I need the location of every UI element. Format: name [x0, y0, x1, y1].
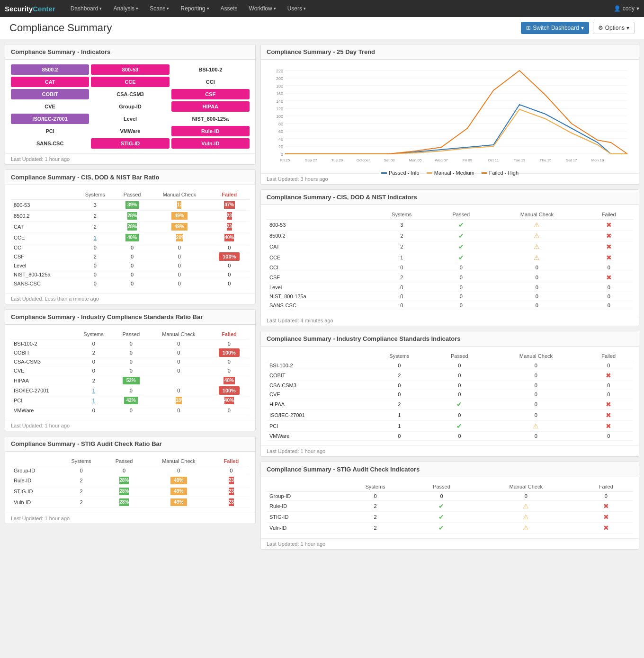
indicator-item[interactable]: Level [91, 114, 169, 124]
row-passed: ✔ [410, 501, 473, 512]
row-systems: 0 [368, 432, 431, 441]
svg-text:Sat 03: Sat 03 [384, 158, 395, 162]
col-systems: Systems [59, 456, 104, 466]
nav-dashboard[interactable]: Dashboard ▾ [65, 0, 108, 17]
row-manual: 0 [488, 432, 584, 441]
cis-dod-bar-panel: Compliance Summary - CIS, DOD & NIST Bar… [5, 169, 256, 304]
col-systems: Systems [74, 329, 113, 339]
check-icon: ✔ [456, 400, 462, 408]
table-row: Rule-ID2✔⚠✖ [267, 501, 633, 512]
row-systems[interactable]: 1 [74, 386, 113, 395]
indicator-item[interactable]: CSA-CSM3 [91, 89, 169, 99]
indicator-item[interactable]: VMWare [91, 126, 169, 136]
indicator-item[interactable]: COBIT [11, 89, 89, 99]
svg-text:Wed 07: Wed 07 [435, 158, 448, 162]
table-row: COBIT200✖ [267, 370, 633, 381]
page-header: Compliance Summary ⊞ Switch Dashboard ▾ … [0, 17, 644, 39]
nav-right: 👤 cody ▾ [614, 5, 639, 12]
row-passed: 0 [410, 492, 473, 501]
nav-workflow[interactable]: Workflow ▾ [243, 0, 282, 17]
col-name [267, 482, 340, 492]
col-passed: Passed [115, 190, 150, 200]
svg-text:Fri 09: Fri 09 [463, 158, 473, 162]
indicator-item[interactable]: ISO/IEC-27001 [11, 114, 89, 124]
row-systems: 2 [370, 241, 433, 252]
col-systems: Systems [368, 351, 431, 361]
indicator-item[interactable]: NIST_800-125a [171, 114, 250, 124]
row-passed: 0 [113, 386, 149, 395]
row-systems[interactable]: 1 [76, 232, 115, 243]
svg-text:120: 120 [276, 107, 283, 111]
right-column: Compliance Summary - 25 Day Trend 220 20… [260, 44, 639, 550]
nav-assets[interactable]: Assets [215, 0, 243, 17]
svg-text:160: 160 [276, 91, 283, 96]
row-failed: ✖ [584, 252, 633, 263]
trend-panel-header: Compliance Summary - 25 Day Trend [261, 44, 639, 60]
indicator-item[interactable]: 800-53 [91, 64, 169, 75]
indicator-item[interactable]: Rule-ID [171, 126, 250, 136]
table-row: CAT228%49%23% [11, 222, 250, 232]
row-failed: ✖ [584, 241, 633, 252]
row-failed: 0 [584, 361, 633, 370]
nav-analysis[interactable]: Analysis ▾ [107, 0, 144, 17]
indicator-item[interactable]: SANS-CSC [11, 138, 89, 149]
nav-scans[interactable]: Scans ▾ [144, 0, 175, 17]
row-systems: 2 [76, 252, 115, 261]
stig-ind-header: Compliance Summary - STIG Audit Check In… [261, 462, 639, 477]
nav-reporting[interactable]: Reporting ▾ [175, 0, 215, 17]
row-manual: 0 [489, 272, 584, 283]
row-passed: 0 [433, 263, 489, 272]
row-manual: ⚠ [473, 501, 579, 512]
table-row: HIPAA252%0%48% [11, 375, 250, 386]
indicator-item[interactable]: BSI-100-2 [171, 64, 250, 75]
indicator-item[interactable]: STIG-ID [91, 138, 169, 149]
legend-manual: Manual - Medium [427, 170, 474, 176]
row-passed: 28% [104, 497, 144, 508]
indicator-item[interactable]: Vuln-ID [171, 138, 250, 149]
cis-dod-bar-footer: Last Updated: Less than a minute ago [5, 293, 255, 304]
row-manual: 0 [150, 252, 209, 261]
row-name: STIG-ID [267, 512, 340, 523]
header-actions: ⊞ Switch Dashboard ▾ ⚙ Options ▾ [521, 22, 635, 34]
row-failed: 0 [209, 339, 250, 348]
switch-dashboard-button[interactable]: ⊞ Switch Dashboard ▾ [521, 22, 589, 34]
options-button[interactable]: ⚙ Options ▾ [593, 22, 635, 34]
row-failed: 0 [209, 406, 250, 415]
brand[interactable]: SecurityCenter [5, 5, 55, 13]
row-passed: 28% [115, 211, 150, 222]
indicator-item[interactable]: PCI [11, 126, 89, 136]
row-systems: 0 [370, 292, 433, 301]
col-systems: Systems [370, 210, 433, 220]
indicator-item[interactable]: CVE [11, 101, 89, 112]
row-systems: 2 [370, 272, 433, 283]
fail-icon: ✖ [606, 411, 611, 419]
table-row: CAT2✔⚠✖ [267, 241, 633, 252]
indicator-item[interactable]: 8500.2 [11, 64, 89, 75]
col-failed: Failed [213, 456, 250, 466]
col-manual: Manual Check [488, 351, 584, 361]
indicator-item[interactable]: CCE [91, 77, 169, 87]
row-passed: 52% [113, 375, 149, 386]
row-manual: ⚠ [489, 231, 584, 241]
stig-bar-footer: Last Updated: 1 hour ago [5, 513, 255, 524]
row-name: 800-53 [11, 200, 76, 211]
row-name: NIST_800-125a [11, 270, 76, 279]
cis-dod-bar-table: Systems Passed Manual Check Failed 800-5… [11, 190, 250, 288]
indicator-item[interactable]: CAT [11, 77, 89, 87]
svg-text:Thu 15: Thu 15 [540, 158, 552, 162]
row-systems[interactable]: 1 [74, 395, 113, 406]
indicator-item[interactable]: CSF [171, 89, 250, 99]
fail-icon: ✖ [606, 254, 612, 261]
indicator-item[interactable]: Group-ID [91, 101, 169, 112]
svg-text:80: 80 [278, 122, 283, 126]
nav-user[interactable]: 👤 cody ▾ [614, 5, 639, 12]
indicator-item[interactable]: HIPAA [171, 101, 250, 112]
row-passed: 0 [433, 301, 489, 310]
row-manual: 0 [489, 292, 584, 301]
legend-passed: Passed - Info [381, 170, 420, 176]
row-manual: 0 [149, 406, 209, 415]
nav-users[interactable]: Users ▾ [282, 0, 312, 17]
indicator-item[interactable]: CCI [171, 77, 250, 87]
row-manual: 0 [488, 410, 584, 421]
row-passed: 39% [115, 200, 150, 211]
